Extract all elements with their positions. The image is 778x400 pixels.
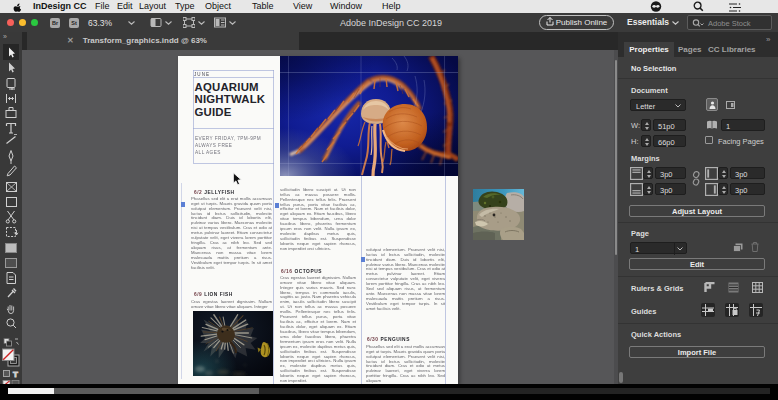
- svg-text:T: T: [13, 370, 18, 379]
